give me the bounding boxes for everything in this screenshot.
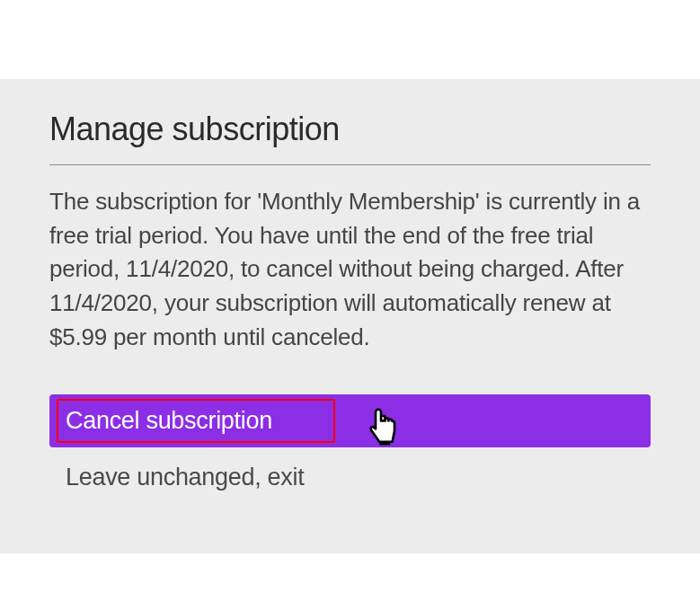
pointer-cursor-icon xyxy=(362,405,405,448)
title-divider xyxy=(49,164,651,165)
page-title: Manage subscription xyxy=(49,111,651,164)
cancel-subscription-button[interactable]: Cancel subscription xyxy=(49,394,651,447)
leave-unchanged-button[interactable]: Leave unchanged, exit xyxy=(49,455,651,504)
subscription-description: The subscription for 'Monthly Membership… xyxy=(49,185,651,354)
top-spacer xyxy=(0,0,700,79)
subscription-panel: Manage subscription The subscription for… xyxy=(0,79,700,553)
cancel-subscription-label: Cancel subscription xyxy=(66,407,272,434)
leave-unchanged-label: Leave unchanged, exit xyxy=(66,464,304,491)
